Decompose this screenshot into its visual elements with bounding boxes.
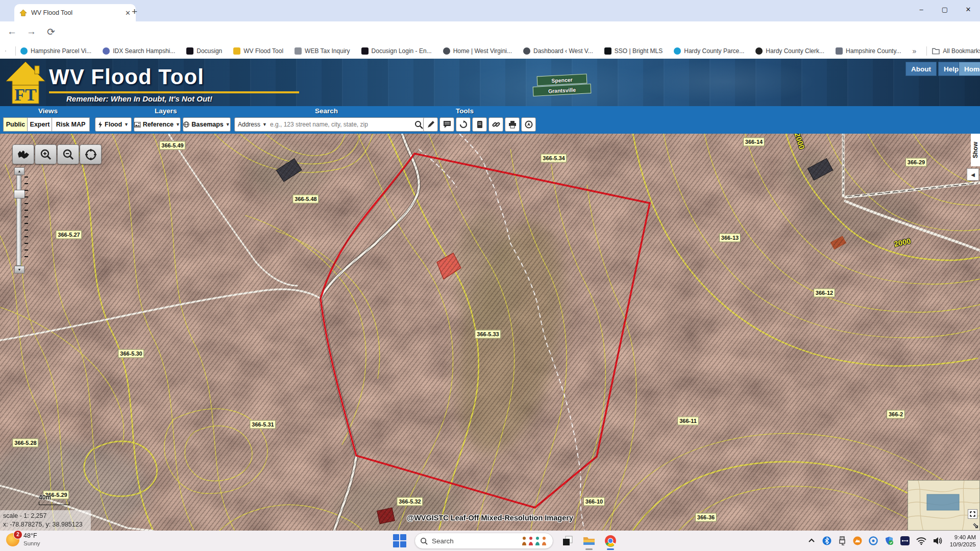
parcel-label[interactable]: 366-5.33 [475, 330, 501, 339]
slider-down-button[interactable]: ▼ [14, 266, 24, 273]
bookmarks-overflow-icon[interactable]: » [913, 47, 917, 55]
inset-toggle-arrow[interactable]: ⇘ [972, 521, 979, 530]
parcel-label[interactable]: 366-5.27 [56, 231, 82, 239]
slider-up-button[interactable]: ▲ [14, 167, 24, 175]
parcel-label[interactable]: 366-5.48 [292, 195, 318, 204]
locate-button[interactable] [80, 144, 102, 164]
browser-tab[interactable]: WV Flood Tool ✕ [14, 4, 136, 21]
comment-icon [443, 120, 451, 129]
parcel-label[interactable]: 366-5.34 [541, 154, 567, 163]
view-public-button[interactable]: Public [3, 117, 28, 132]
parcel-label[interactable]: 366-36 [695, 513, 717, 522]
view-riskmap-button[interactable]: Risk MAP [52, 117, 90, 132]
tab-close-icon[interactable]: ✕ [125, 9, 131, 17]
tool-refresh-button[interactable] [456, 117, 471, 132]
map-canvas[interactable]: ▲ ▼ 366-5.49366-5.34366-14366-29366-5.48… [0, 134, 980, 531]
parcel-label[interactable]: 366-2 [887, 410, 905, 419]
zoom-out-button[interactable] [57, 144, 79, 164]
parcel-label[interactable]: 366-5.30 [118, 349, 144, 358]
parcel-label[interactable]: 366-12 [814, 289, 835, 297]
overview-map[interactable]: ⇘ [908, 480, 980, 531]
nav-about[interactable]: About [905, 62, 937, 76]
search-type-select[interactable]: Address [238, 121, 260, 128]
all-bookmarks-button[interactable]: All Bookmarks [932, 47, 980, 55]
taskbar-clock[interactable]: 9:40 AM 10/9/2025 [950, 534, 976, 548]
bookmark-item[interactable]: Hardy County Parce... [674, 47, 744, 55]
tool-draw-button[interactable] [423, 117, 438, 132]
chevron-up-icon[interactable] [807, 537, 816, 545]
bookmark-item[interactable]: Hardy County Clerk... [755, 47, 824, 55]
slider-thumb[interactable] [14, 190, 25, 198]
parcel-label[interactable]: 366-5.28 [12, 439, 38, 447]
zoom-slider[interactable]: ▲ ▼ [14, 167, 23, 273]
parcel-label[interactable]: 366-29 [905, 158, 927, 167]
bookmark-item[interactable]: Dashboard ‹ West V... [523, 47, 593, 55]
search-input[interactable] [269, 120, 412, 129]
pan-extent-button[interactable] [12, 144, 34, 164]
layers-reference-dropdown[interactable]: Reference▼ [134, 117, 181, 132]
parcel-label[interactable]: 366-10 [583, 497, 605, 506]
security-shield-icon[interactable] [885, 536, 894, 545]
volume-icon[interactable] [933, 537, 943, 545]
tool-print-button[interactable] [505, 117, 520, 132]
bookmark-item[interactable]: Docusign [186, 47, 222, 55]
back-icon[interactable]: ← [7, 26, 17, 37]
nav-home[interactable]: Home [959, 62, 980, 76]
task-view-button[interactable] [560, 534, 575, 548]
section-views: Views [38, 107, 58, 115]
slider-track[interactable] [16, 175, 21, 266]
forward-icon[interactable]: → [27, 26, 36, 37]
bookmark-item[interactable]: Hampshire Parcel Vi... [20, 47, 91, 55]
teamviewer-icon[interactable] [900, 536, 910, 545]
chrome-button[interactable] [603, 534, 618, 548]
alert-orange-icon[interactable] [853, 536, 862, 545]
bookmark-item[interactable]: Hampshire County... [836, 47, 901, 55]
zoom-in-button[interactable] [35, 144, 57, 164]
layers-basemaps-dropdown[interactable]: Basemaps▼ [183, 117, 231, 132]
tool-locate-button[interactable] [521, 117, 536, 132]
start-button[interactable] [392, 533, 407, 548]
weather-widget[interactable]: 2 48°F Sunny [6, 532, 40, 547]
window-close-button[interactable]: ✕ [957, 0, 980, 18]
bookmark-label: Hampshire Parcel Vi... [31, 47, 91, 55]
zoom-in-icon [40, 148, 52, 161]
logo-text: FT [14, 85, 37, 104]
file-explorer-button[interactable] [582, 534, 596, 548]
parcel-label[interactable]: 366-5.32 [397, 497, 423, 506]
bookmark-item[interactable]: WEB Tax Inquiry [295, 47, 350, 55]
parcel-label[interactable]: 366-13 [719, 234, 741, 242]
new-tab-button[interactable]: + [132, 6, 137, 17]
bookmark-item[interactable]: WV Flood Tool [233, 47, 283, 55]
show-panel-tab[interactable]: Show [971, 134, 980, 166]
bookmark-item[interactable]: IDX Search Hampshi... [103, 47, 175, 55]
parcel-label[interactable]: 366-5.49 [159, 141, 185, 150]
window-maximize-button[interactable]: ▢ [933, 0, 957, 18]
parcel-label[interactable]: 366-11 [677, 417, 699, 425]
wifi-icon[interactable] [916, 537, 926, 545]
tab-title: WV Flood Tool [31, 9, 121, 16]
view-expert-button[interactable]: Expert [27, 117, 53, 132]
tool-report-button[interactable] [472, 117, 487, 132]
bookmark-item[interactable]: Docusign Login - En... [361, 47, 432, 55]
window-minimize-button[interactable]: – [910, 0, 933, 18]
show-panel-arrow-button[interactable]: ◀ [967, 168, 979, 181]
search-icon[interactable] [414, 120, 423, 129]
taskbar-search[interactable]: Search [414, 533, 553, 549]
bookmark-item[interactable]: SSO | Bright MLS [604, 47, 663, 55]
ring-blue-icon[interactable] [869, 536, 878, 545]
apps-grid-icon[interactable] [5, 47, 6, 55]
inset-expand-button[interactable] [968, 509, 977, 519]
refresh-icon [459, 120, 468, 129]
usb-icon[interactable] [838, 536, 846, 545]
extent-rectangle[interactable] [927, 494, 959, 510]
chevron-down-icon[interactable]: ▼ [262, 122, 267, 127]
layers-flood-dropdown[interactable]: Flood▼ [95, 117, 132, 132]
bookmark-item[interactable]: Home | West Virgini... [443, 47, 512, 55]
tool-link-button[interactable] [488, 117, 503, 132]
tool-comment-button[interactable] [439, 117, 454, 132]
bluetooth-icon[interactable] [822, 536, 831, 545]
parcel-label[interactable]: 366-14 [743, 138, 765, 146]
reload-icon[interactable]: ⟳ [47, 26, 55, 38]
parcel-label[interactable]: 366-5.31 [250, 420, 276, 429]
bookmark-favicon [836, 47, 843, 55]
